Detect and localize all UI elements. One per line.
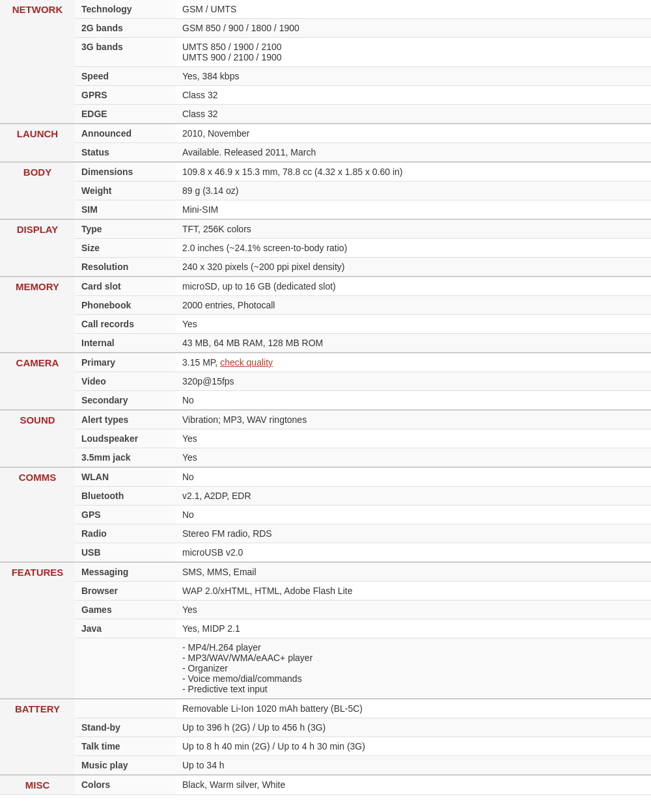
spec-label: Primary: [75, 353, 176, 372]
spec-value: microUSB v2.0: [176, 543, 651, 563]
spec-label: WLAN: [75, 467, 176, 487]
spec-label: Bluetooth: [75, 487, 176, 506]
spec-label: Weight: [75, 182, 176, 200]
spec-label: Colors: [75, 775, 176, 795]
category-cell: LAUNCH: [0, 124, 75, 162]
spec-value: 320p@15fps: [176, 372, 651, 391]
spec-label: Call records: [75, 315, 176, 334]
spec-label: GPRS: [75, 86, 176, 105]
spec-label: Phonebook: [75, 296, 176, 315]
spec-value: - MP4/H.264 player- MP3/WAV/WMA/eAAC+ pl…: [176, 638, 651, 699]
spec-value: Up to 396 h (2G) / Up to 456 h (3G): [176, 718, 651, 737]
spec-label: GPS: [75, 506, 176, 524]
spec-value: Vibration; MP3, WAV ringtones: [176, 410, 651, 429]
spec-value: TFT, 256K colors: [176, 219, 651, 239]
spec-value: Yes: [176, 429, 651, 448]
spec-value: SMS, MMS, Email: [176, 562, 651, 582]
spec-value: Yes: [176, 315, 651, 334]
category-cell: FEATURES: [0, 562, 75, 699]
category-cell: CAMERA: [0, 353, 75, 410]
spec-label: Video: [75, 372, 176, 391]
spec-label: [75, 699, 176, 718]
spec-label: Status: [75, 143, 176, 163]
spec-value: Yes: [176, 601, 651, 619]
spec-table: NETWORKTechnologyGSM / UMTS2G bandsGSM 8…: [0, 0, 651, 795]
spec-value: Class 32: [176, 86, 651, 105]
category-cell: COMMS: [0, 467, 75, 562]
spec-label: Radio: [75, 524, 176, 543]
spec-value: Up to 8 h 40 min (2G) / Up to 4 h 30 min…: [176, 737, 651, 756]
spec-value: 3.15 MP, check quality: [176, 353, 651, 372]
spec-label: 2G bands: [75, 19, 176, 38]
spec-label: Size: [75, 239, 176, 258]
spec-value: Available. Released 2011, March: [176, 143, 651, 163]
spec-label: Resolution: [75, 258, 176, 277]
spec-value: 43 MB, 64 MB RAM, 128 MB ROM: [176, 334, 651, 353]
check-quality-link[interactable]: check quality: [220, 357, 273, 368]
spec-value: GSM / UMTS: [176, 0, 651, 19]
spec-value: Yes, MIDP 2.1: [176, 619, 651, 638]
spec-value: WAP 2.0/xHTML, HTML, Adobe Flash Lite: [176, 582, 651, 601]
spec-value: Yes, 384 kbps: [176, 67, 651, 86]
spec-value: Yes: [176, 448, 651, 468]
spec-label: Alert types: [75, 410, 176, 429]
spec-label: Internal: [75, 334, 176, 353]
spec-value: v2.1, A2DP, EDR: [176, 487, 651, 506]
spec-value: UMTS 850 / 1900 / 2100UMTS 900 / 2100 / …: [176, 38, 651, 67]
spec-label: Talk time: [75, 737, 176, 756]
spec-label: USB: [75, 543, 176, 563]
spec-value: Removable Li-Ion 1020 mAh battery (BL-5C…: [176, 699, 651, 718]
spec-label: Card slot: [75, 277, 176, 296]
spec-value: microSD, up to 16 GB (dedicated slot): [176, 277, 651, 296]
category-cell: BATTERY: [0, 699, 75, 775]
spec-label: Games: [75, 601, 176, 619]
spec-label: Secondary: [75, 391, 176, 411]
spec-label: Loudspeaker: [75, 429, 176, 448]
spec-label: Announced: [75, 124, 176, 143]
spec-value: No: [176, 391, 651, 411]
spec-label: 3G bands: [75, 38, 176, 67]
spec-value: 109.8 x 46.9 x 15.3 mm, 78.8 cc (4.32 x …: [176, 162, 651, 182]
spec-label: Stand-by: [75, 718, 176, 737]
spec-label: Music play: [75, 756, 176, 776]
spec-value: 2000 entries, Photocall: [176, 296, 651, 315]
spec-value: Black, Warm silver, White: [176, 775, 651, 795]
spec-value: No: [176, 467, 651, 487]
spec-label: 3.5mm jack: [75, 448, 176, 468]
spec-label: Type: [75, 219, 176, 239]
spec-value: GSM 850 / 900 / 1800 / 1900: [176, 19, 651, 38]
spec-value: Class 32: [176, 105, 651, 124]
category-cell: NETWORK: [0, 0, 75, 124]
spec-value: 89 g (3.14 oz): [176, 182, 651, 200]
category-cell: SOUND: [0, 410, 75, 467]
spec-value: 2010, November: [176, 124, 651, 143]
spec-label: EDGE: [75, 105, 176, 124]
spec-label: [75, 638, 176, 699]
spec-label: Technology: [75, 0, 176, 19]
spec-value: 2.0 inches (~24.1% screen-to-body ratio): [176, 239, 651, 258]
spec-value: Up to 34 h: [176, 756, 651, 776]
spec-label: Browser: [75, 582, 176, 601]
spec-value: 240 x 320 pixels (~200 ppi pixel density…: [176, 258, 651, 277]
spec-label: Messaging: [75, 562, 176, 582]
spec-label: Speed: [75, 67, 176, 86]
category-cell: MISC: [0, 775, 75, 795]
spec-label: Java: [75, 619, 176, 638]
spec-value: No: [176, 506, 651, 524]
category-cell: BODY: [0, 162, 75, 219]
category-cell: DISPLAY: [0, 219, 75, 277]
spec-label: Dimensions: [75, 162, 176, 182]
category-cell: MEMORY: [0, 277, 75, 353]
spec-value: Stereo FM radio, RDS: [176, 524, 651, 543]
spec-value: Mini-SIM: [176, 200, 651, 220]
spec-label: SIM: [75, 200, 176, 220]
